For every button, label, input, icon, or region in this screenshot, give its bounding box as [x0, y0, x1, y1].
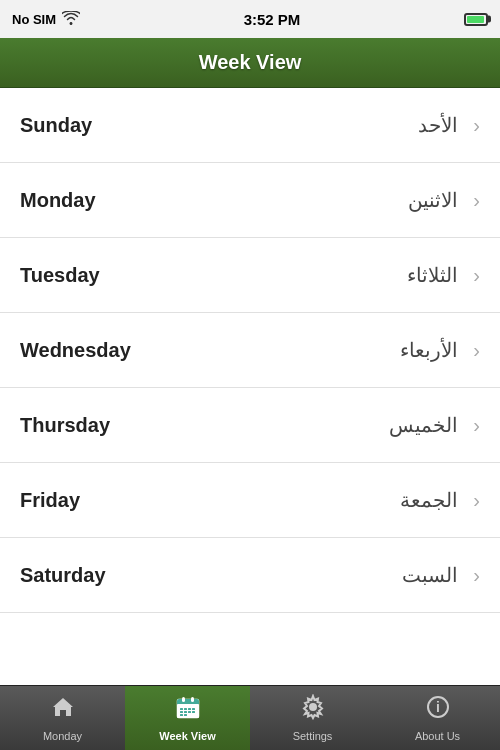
day-name-english: Wednesday: [20, 339, 400, 362]
battery-icon: [464, 13, 488, 26]
day-row-tuesday[interactable]: Tuesdayالثلاثاء›: [0, 238, 500, 313]
chevron-right-icon: ›: [473, 339, 480, 362]
day-name-english: Thursday: [20, 414, 389, 437]
tab-about-us[interactable]: i About Us: [375, 686, 500, 750]
wifi-icon: [62, 11, 80, 28]
svg-rect-14: [191, 697, 194, 702]
day-row-friday[interactable]: Fridayالجمعة›: [0, 463, 500, 538]
svg-rect-12: [184, 714, 187, 716]
info-icon: i: [425, 694, 451, 727]
day-row-thursday[interactable]: Thursdayالخميس›: [0, 388, 500, 463]
svg-rect-10: [192, 711, 195, 713]
day-name-arabic: الجمعة: [400, 488, 458, 512]
status-left: No SIM: [12, 11, 80, 28]
day-row-saturday[interactable]: Saturdayالسبت›: [0, 538, 500, 613]
day-row-wednesday[interactable]: Wednesdayالأربعاء›: [0, 313, 500, 388]
day-row-sunday[interactable]: Sundayالأحد›: [0, 88, 500, 163]
svg-rect-3: [180, 708, 183, 710]
svg-text:i: i: [436, 699, 440, 715]
navigation-bar: Week View: [0, 38, 500, 88]
carrier-label: No SIM: [12, 12, 56, 27]
svg-rect-11: [180, 714, 183, 716]
tab-settings[interactable]: Settings: [250, 686, 375, 750]
settings-icon: [300, 694, 326, 727]
day-name-arabic: الاثنين: [408, 188, 458, 212]
chevron-right-icon: ›: [473, 414, 480, 437]
chevron-right-icon: ›: [473, 264, 480, 287]
chevron-right-icon: ›: [473, 489, 480, 512]
home-icon: [50, 694, 76, 727]
svg-point-15: [309, 703, 317, 711]
svg-rect-9: [188, 711, 191, 713]
status-bar: No SIM 3:52 PM: [0, 0, 500, 38]
day-row-monday[interactable]: Mondayالاثنين›: [0, 163, 500, 238]
day-name-english: Monday: [20, 189, 408, 212]
svg-rect-4: [184, 708, 187, 710]
chevron-right-icon: ›: [473, 114, 480, 137]
tab-monday[interactable]: Monday: [0, 686, 125, 750]
svg-rect-5: [188, 708, 191, 710]
tab-week-view[interactable]: Week View: [125, 686, 250, 750]
tab-about-us-label: About Us: [415, 730, 460, 742]
tab-week-view-label: Week View: [159, 730, 215, 742]
day-list: Sundayالأحد›Mondayالاثنين›Tuesdayالثلاثا…: [0, 88, 500, 685]
chevron-right-icon: ›: [473, 564, 480, 587]
day-name-english: Friday: [20, 489, 400, 512]
calendar-icon: [175, 694, 201, 727]
day-name-english: Tuesday: [20, 264, 407, 287]
day-name-arabic: الأحد: [418, 113, 458, 137]
tab-monday-label: Monday: [43, 730, 82, 742]
svg-rect-6: [192, 708, 195, 710]
day-name-english: Saturday: [20, 564, 402, 587]
chevron-right-icon: ›: [473, 189, 480, 212]
svg-rect-13: [182, 697, 185, 702]
day-name-arabic: الخميس: [389, 413, 458, 437]
svg-rect-8: [184, 711, 187, 713]
tab-settings-label: Settings: [293, 730, 333, 742]
status-time: 3:52 PM: [244, 11, 301, 28]
day-name-arabic: الثلاثاء: [407, 263, 458, 287]
nav-title: Week View: [199, 51, 302, 74]
svg-rect-7: [180, 711, 183, 713]
day-name-english: Sunday: [20, 114, 418, 137]
status-right: [464, 13, 488, 26]
tab-bar: Monday Week V: [0, 685, 500, 750]
day-name-arabic: الأربعاء: [400, 338, 458, 362]
day-name-arabic: السبت: [402, 563, 458, 587]
